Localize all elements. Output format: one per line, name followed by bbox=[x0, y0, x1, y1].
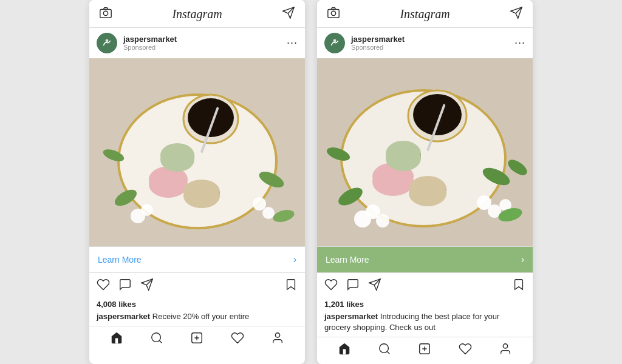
nav-search-1[interactable] bbox=[150, 331, 163, 348]
instagram-logo-2: Instagram bbox=[400, 7, 449, 21]
svg-line-27 bbox=[160, 340, 162, 343]
username-1: jaspersmarket bbox=[123, 35, 177, 44]
svg-point-13 bbox=[183, 184, 220, 208]
learn-more-text-2: Learn More bbox=[326, 255, 369, 265]
share-icon-2[interactable] bbox=[368, 278, 381, 295]
svg-point-10 bbox=[149, 171, 188, 198]
svg-point-7 bbox=[188, 98, 234, 137]
svg-point-26 bbox=[152, 333, 161, 342]
more-options-1[interactable]: ··· bbox=[287, 36, 298, 49]
comment-icon-1[interactable] bbox=[118, 278, 132, 295]
caption-2: jaspersmarket Introducing the best place… bbox=[317, 311, 533, 337]
phones-container: Instagram jaspersmarket bbox=[77, 0, 545, 364]
nav-add-2[interactable] bbox=[418, 342, 431, 359]
svg-point-16 bbox=[160, 147, 194, 172]
svg-point-46 bbox=[409, 181, 446, 206]
more-options-2[interactable]: ··· bbox=[514, 36, 525, 49]
svg-point-40 bbox=[413, 94, 462, 135]
learn-more-bar-1[interactable]: Learn More › bbox=[89, 246, 305, 273]
nav-profile-2[interactable] bbox=[499, 342, 512, 359]
send-icon-1[interactable] bbox=[282, 6, 295, 22]
svg-point-62 bbox=[380, 344, 389, 353]
svg-point-33 bbox=[331, 11, 335, 15]
likes-count-1: 4,008 likes bbox=[89, 300, 305, 311]
camera-icon-1[interactable] bbox=[99, 6, 112, 22]
post-header-2: jaspersmarket Sponsored ··· bbox=[317, 28, 533, 58]
svg-point-52 bbox=[376, 214, 389, 228]
svg-point-20 bbox=[262, 207, 275, 219]
nav-add-1[interactable] bbox=[190, 331, 203, 348]
post-image-2 bbox=[317, 58, 533, 246]
instagram-header-2: Instagram bbox=[317, 0, 533, 28]
phone-2: Instagram jaspersmarket bbox=[317, 0, 533, 364]
likes-count-2: 1,201 likes bbox=[317, 300, 533, 311]
svg-point-31 bbox=[275, 333, 279, 337]
bookmark-icon-2[interactable] bbox=[512, 278, 525, 295]
caption-username-1: jaspersmarket bbox=[97, 312, 150, 321]
share-icon-1[interactable] bbox=[140, 278, 154, 295]
send-icon-2[interactable] bbox=[510, 6, 523, 22]
avatar-1 bbox=[97, 33, 117, 53]
learn-more-bar-2[interactable]: Learn More › bbox=[317, 246, 533, 273]
learn-more-text-1: Learn More bbox=[98, 255, 142, 265]
nav-profile-1[interactable] bbox=[271, 331, 284, 348]
like-icon-2[interactable] bbox=[324, 278, 338, 295]
nav-search-2[interactable] bbox=[378, 342, 391, 359]
nav-heart-1[interactable] bbox=[231, 331, 244, 348]
bottom-nav-1 bbox=[89, 326, 305, 353]
sponsored-label-2: Sponsored bbox=[351, 44, 405, 51]
caption-username-2: jaspersmarket bbox=[324, 312, 378, 321]
post-header-1: jaspersmarket Sponsored ··· bbox=[89, 28, 305, 58]
caption-text-1: Receive 20% off your entire bbox=[150, 312, 249, 321]
caption-1: jaspersmarket Receive 20% off your entir… bbox=[89, 311, 305, 326]
nav-heart-2[interactable] bbox=[459, 342, 472, 359]
instagram-header-1: Instagram bbox=[89, 0, 305, 28]
sponsored-label-1: Sponsored bbox=[123, 44, 177, 51]
svg-point-19 bbox=[253, 197, 266, 211]
learn-more-arrow-1: › bbox=[293, 254, 296, 265]
post-image-1 bbox=[89, 58, 305, 246]
svg-point-35 bbox=[333, 39, 337, 42]
avatar-2 bbox=[324, 33, 345, 53]
svg-line-63 bbox=[388, 351, 390, 354]
svg-point-49 bbox=[386, 146, 421, 171]
bottom-nav-2 bbox=[317, 337, 533, 364]
svg-point-18 bbox=[141, 204, 153, 216]
like-icon-1[interactable] bbox=[97, 278, 110, 295]
svg-point-67 bbox=[503, 344, 507, 348]
nav-home-1[interactable] bbox=[110, 331, 123, 348]
svg-point-43 bbox=[372, 168, 414, 196]
learn-more-arrow-2: › bbox=[521, 254, 524, 265]
nav-home-2[interactable] bbox=[338, 342, 351, 359]
instagram-logo-1: Instagram bbox=[172, 7, 222, 21]
bookmark-icon-1[interactable] bbox=[284, 278, 298, 295]
username-2: jaspersmarket bbox=[351, 35, 405, 44]
camera-icon-2[interactable] bbox=[327, 6, 340, 22]
svg-point-1 bbox=[103, 11, 108, 15]
svg-point-3 bbox=[106, 39, 109, 42]
phone-1: Instagram jaspersmarket bbox=[89, 0, 305, 364]
comment-icon-2[interactable] bbox=[346, 278, 360, 295]
post-actions-2 bbox=[317, 273, 533, 300]
post-actions-1 bbox=[89, 273, 305, 300]
